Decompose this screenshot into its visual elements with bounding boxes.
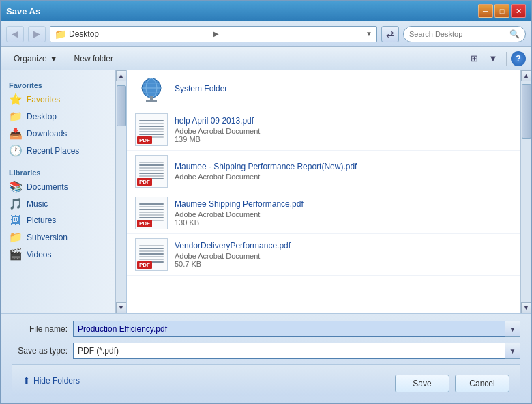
sidebar-downloads-label: Downloads bbox=[27, 129, 67, 139]
list-item[interactable]: PDF Maumee - Shipping Performance Report… bbox=[127, 151, 520, 192]
maumee-new-info: Maumee - Shipping Performance Report(New… bbox=[175, 162, 512, 181]
organize-button[interactable]: Organize ▼ bbox=[6, 50, 65, 68]
savetype-select[interactable]: PDF (*.pdf) bbox=[73, 343, 520, 359]
file-name: help April 09 2013.pdf bbox=[175, 116, 512, 126]
file-size: 130 KB bbox=[175, 218, 512, 227]
organize-label: Organize bbox=[14, 54, 47, 63]
maumee-new-thumbnail: PDF bbox=[135, 155, 168, 188]
refresh-button[interactable]: ⇄ bbox=[381, 26, 399, 42]
sidebar-wrapper: Favorites ⭐ Favorites 📁 Desktop 📥 Downlo… bbox=[1, 70, 127, 313]
list-item[interactable]: PDF VendorDeliveryPerformance.pdf Adobe … bbox=[127, 234, 520, 276]
cancel-button[interactable]: Cancel bbox=[455, 375, 509, 392]
downloads-icon: 📥 bbox=[9, 127, 23, 140]
vendor-info: VendorDeliveryPerformance.pdf Adobe Acro… bbox=[175, 241, 512, 268]
save-button[interactable]: Save bbox=[395, 375, 449, 392]
svg-rect-6 bbox=[146, 100, 157, 102]
maumee-shipping-info: Maumee Shipping Performance.pdf Adobe Ac… bbox=[175, 199, 512, 227]
search-input[interactable] bbox=[409, 30, 507, 38]
help-pdf-thumbnail: PDF bbox=[135, 113, 168, 146]
search-box: 🔍 bbox=[403, 26, 526, 42]
sidebar-subversion-label: Subversion bbox=[27, 233, 68, 242]
sidebar-music-label: Music bbox=[27, 199, 48, 209]
savetype-wrapper: PDF (*.pdf) ▼ bbox=[73, 343, 520, 359]
savetype-label: Save as type: bbox=[12, 346, 73, 356]
address-folder-icon: 📁 bbox=[55, 29, 66, 40]
list-item[interactable]: PDF help April 09 2013.pdf Adobe Acrobat… bbox=[127, 109, 520, 151]
address-dropdown-icon: ▼ bbox=[366, 30, 372, 38]
address-combo[interactable]: 📁 Desktop ▶ ▼ bbox=[50, 26, 377, 42]
sidebar-item-music[interactable]: 🎵 Music bbox=[1, 195, 115, 212]
help-button[interactable]: ? bbox=[511, 51, 526, 66]
filename-dropdown-arrow[interactable]: ▼ bbox=[505, 321, 520, 337]
forward-button[interactable]: ▶ bbox=[28, 26, 46, 42]
dialog-title: Save As bbox=[6, 6, 478, 16]
hide-folders-button[interactable]: ⬆ Hide Folders bbox=[23, 375, 80, 386]
title-bar-controls: ─ □ ✕ bbox=[478, 4, 526, 18]
videos-icon: 🎬 bbox=[9, 248, 23, 261]
main-content: Favorites ⭐ Favorites 📁 Desktop 📥 Downlo… bbox=[1, 70, 531, 313]
filename-label: File name: bbox=[12, 324, 73, 334]
sidebar-item-videos[interactable]: 🎬 Videos bbox=[1, 246, 115, 263]
main-scroll-up[interactable]: ▲ bbox=[521, 70, 532, 81]
minimize-button[interactable]: ─ bbox=[478, 4, 493, 18]
sidebar-documents-label: Documents bbox=[27, 182, 68, 192]
favorites-label: Favorites bbox=[1, 78, 115, 91]
desktop-icon: ⭐ bbox=[9, 93, 23, 106]
back-button[interactable]: ◀ bbox=[6, 26, 24, 42]
file-name: Maumee - Shipping Performance Report(New… bbox=[175, 162, 512, 171]
hide-folders-label: Hide Folders bbox=[33, 376, 80, 386]
address-bar: ◀ ▶ 📁 Desktop ▶ ▼ ⇄ 🔍 bbox=[1, 21, 531, 47]
music-icon: 🎵 bbox=[9, 197, 23, 210]
file-size: 139 MB bbox=[175, 135, 512, 143]
close-button[interactable]: ✕ bbox=[511, 4, 526, 18]
sidebar-item-desktop-label: Desktop bbox=[27, 112, 57, 121]
address-text: Desktop bbox=[69, 29, 211, 39]
savetype-dropdown-arrow[interactable]: ▼ bbox=[505, 343, 520, 359]
documents-icon: 📚 bbox=[9, 180, 23, 193]
sidebar-scroll-down[interactable]: ▼ bbox=[116, 302, 127, 313]
file-type: Adobe Acrobat Document bbox=[175, 127, 512, 135]
pictures-icon: 🖼 bbox=[9, 214, 23, 227]
sidebar-scroll-thumb[interactable] bbox=[117, 85, 126, 126]
view-icon: ⊞ bbox=[471, 53, 478, 63]
footer-buttons: Save Cancel bbox=[395, 375, 509, 392]
pdf-badge: PDF bbox=[137, 220, 152, 227]
search-icon: 🔍 bbox=[509, 29, 520, 39]
view-button[interactable]: ⊞ bbox=[465, 50, 483, 68]
sidebar-scroll-up[interactable]: ▲ bbox=[116, 70, 127, 81]
help-pdf-info: help April 09 2013.pdf Adobe Acrobat Doc… bbox=[175, 116, 512, 143]
view-dropdown-button[interactable]: ▼ bbox=[484, 50, 502, 68]
main-scroll-thumb[interactable] bbox=[522, 84, 531, 139]
main-scrollbar[interactable]: ▲ ▼ bbox=[520, 70, 531, 313]
libraries-label: Libraries bbox=[1, 166, 115, 178]
sidebar-item-subversion[interactable]: 📁 Subversion bbox=[1, 229, 115, 246]
toolbar: Organize ▼ New folder ⊞ ▼ ? bbox=[1, 47, 531, 70]
file-name: VendorDeliveryPerformance.pdf bbox=[175, 241, 512, 250]
list-item[interactable]: PDF Maumee Shipping Performance.pdf Adob… bbox=[127, 192, 520, 234]
list-item[interactable]: System Folder bbox=[127, 70, 520, 109]
sidebar-item-documents[interactable]: 📚 Documents bbox=[1, 178, 115, 195]
vendor-thumbnail: PDF bbox=[135, 238, 168, 271]
folder-blue-icon: 📁 bbox=[9, 110, 23, 123]
filename-input[interactable] bbox=[73, 321, 505, 337]
sidebar-desktop-label: Favorites bbox=[27, 95, 60, 104]
main-scroll-down[interactable]: ▼ bbox=[521, 302, 532, 313]
new-folder-button[interactable]: New folder bbox=[67, 50, 121, 68]
file-type: Adobe Acrobat Document bbox=[175, 173, 512, 181]
pdf-badge: PDF bbox=[137, 178, 152, 186]
sidebar-item-recent-places[interactable]: 🕐 Recent Places bbox=[1, 142, 115, 159]
sidebar-item-desktop[interactable]: ⭐ Favorites bbox=[1, 91, 115, 108]
sidebar-pictures-label: Pictures bbox=[27, 216, 56, 225]
sidebar-item-pictures[interactable]: 🖼 Pictures bbox=[1, 212, 115, 229]
sidebar-item-downloads[interactable]: 📥 Downloads bbox=[1, 125, 115, 142]
file-type: Adobe Acrobat Document bbox=[175, 252, 512, 260]
sidebar-item-desktop2[interactable]: 📁 Desktop bbox=[1, 108, 115, 125]
filename-row: File name: ▼ bbox=[12, 321, 520, 337]
save-as-dialog: Save As ─ □ ✕ ◀ ▶ 📁 Desktop ▶ ▼ ⇄ 🔍 Orga… bbox=[0, 0, 532, 404]
sidebar-scrollbar[interactable]: ▲ ▼ bbox=[115, 70, 126, 313]
hide-folders-icon: ⬆ bbox=[23, 375, 31, 386]
address-arrow-icon: ▶ bbox=[213, 30, 219, 38]
file-list-container: System Folder bbox=[127, 70, 531, 313]
title-bar: Save As ─ □ ✕ bbox=[1, 1, 531, 21]
maximize-button[interactable]: □ bbox=[494, 4, 509, 18]
